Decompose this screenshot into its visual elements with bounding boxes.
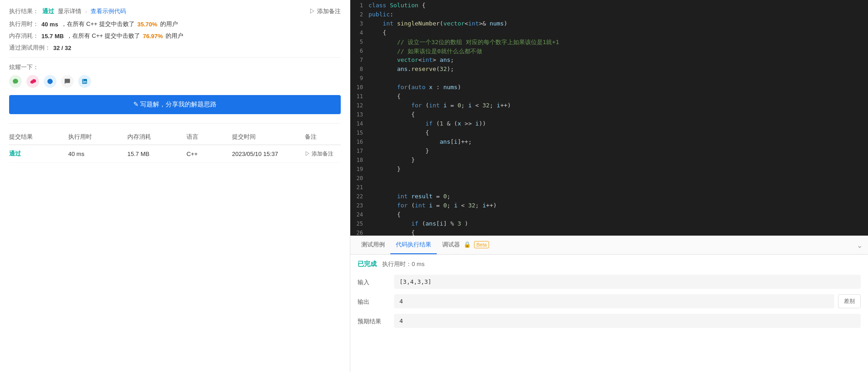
col-header-note: 备注 [305, 133, 350, 141]
exec-pct-suffix: 的用户 [160, 20, 178, 28]
code-line-7: 7 vector<int> ans; [350, 56, 868, 65]
memory-pct-suffix: 的用户 [166, 32, 183, 40]
code-line-16: 16 ans[i]++; [350, 138, 868, 147]
code-line-17: 17 } [350, 147, 868, 156]
table-header: 提交结果 执行用时 内存消耗 语言 提交时间 备注 [9, 129, 341, 145]
tab-expand-icon[interactable]: ⌄ [857, 241, 863, 250]
code-line-10: 10 for(auto x : nums) [350, 84, 868, 93]
memory-value: 15.7 MB [41, 33, 64, 40]
note-icon[interactable] [61, 75, 74, 88]
code-line-24: 24 { [350, 211, 868, 220]
left-panel: 执行结果： 通过 显示详情 › 查看示例代码 ▷ 添加备注 执行用时： 40 m… [0, 0, 350, 372]
pass-badge-header: 通过 [42, 7, 54, 15]
input-value: [3,4,3,3] [394, 275, 861, 289]
beta-badge: Beta [474, 241, 489, 248]
divider-2 [9, 123, 341, 124]
code-line-20: 20 [350, 175, 868, 184]
exec-time-desc: ，在所有 C++ 提交中击败了 [61, 20, 135, 28]
expected-row: 预期结果 4 [358, 314, 861, 328]
code-line-19: 19 } [350, 166, 868, 175]
lock-icon: 🔒 [464, 241, 471, 248]
code-line-9: 9 [350, 75, 868, 84]
wechat-icon[interactable] [9, 75, 22, 88]
code-line-26: 26 { [350, 229, 868, 236]
social-icons-row [9, 75, 341, 88]
code-line-25: 25 if (ans[i] % 3 ) [350, 220, 868, 229]
code-line-11: 11 { [350, 93, 868, 102]
code-line-18: 18 } [350, 156, 868, 166]
result-content: 已完成 执行用时：0 ms 输入 [3,4,3,3] 输出 4 差别 预期结果 … [350, 255, 868, 372]
view-example-link[interactable]: 查看示例代码 [91, 7, 126, 15]
col-header-result: 提交结果 [9, 133, 68, 141]
output-row: 输出 4 差别 [358, 294, 861, 308]
bottom-tabs: 测试用例 代码执行结果 调试器 🔒 Beta ⌄ [350, 236, 868, 255]
col-header-submit-time: 提交时间 [232, 133, 305, 141]
output-label: 输出 [358, 294, 394, 306]
row-lang: C++ [187, 151, 232, 157]
code-line-22: 22 int result = 0; [350, 193, 868, 202]
exec-time-row: 执行用时： 40 ms ，在所有 C++ 提交中击败了 35.70% 的用户 [9, 20, 341, 28]
memory-row: 内存消耗： 15.7 MB ，在所有 C++ 提交中击败了 76.97% 的用户 [9, 32, 341, 40]
tab-test-cases[interactable]: 测试用例 [356, 236, 390, 254]
code-line-5: 5 // 设立一个32位的数组 对应的每个数字上如果该位是1就+1 [350, 38, 868, 47]
test-cases-label: 通过测试用例： [9, 44, 50, 52]
test-cases-value: 32 / 32 [53, 45, 71, 51]
linkedin-icon[interactable] [78, 75, 91, 88]
code-line-4: 4 { [350, 29, 868, 38]
execution-result-label: 执行结果： [9, 7, 39, 15]
code-line-8: 8 ans.reserve(32); [350, 65, 868, 75]
completed-label: 已完成 [358, 260, 377, 268]
qq-icon[interactable] [44, 75, 56, 88]
svg-point-2 [47, 79, 53, 84]
add-note-button-header[interactable]: ▷ 添加备注 [309, 7, 341, 15]
share-label: 炫耀一下： [9, 63, 341, 71]
code-line-2: 2public: [350, 11, 868, 20]
code-line-21: 21 [350, 184, 868, 193]
memory-desc: ，在所有 C++ 提交中击败了 [66, 32, 140, 40]
expected-value: 4 [394, 314, 861, 328]
row-exec-time: 40 ms [68, 151, 127, 157]
tab-debugger[interactable]: 调试器 🔒 Beta [437, 236, 495, 254]
row-memory: 15.7 MB [127, 151, 187, 157]
bottom-panel: 测试用例 代码执行结果 调试器 🔒 Beta ⌄ 已完成 执行用时：0 ms 输… [350, 236, 868, 372]
exec-time-value: 40 ms [41, 21, 58, 28]
show-details-link[interactable]: 显示详情 [58, 7, 81, 15]
separator: › [85, 8, 87, 15]
col-header-memory: 内存消耗 [127, 133, 187, 141]
code-line-15: 15 { [350, 129, 868, 138]
code-line-23: 23 for (int i = 0; i < 32; i++) [350, 202, 868, 211]
col-header-lang: 语言 [187, 133, 232, 141]
table-row: 通过 40 ms 15.7 MB C++ 2023/05/10 15:37 ▷ … [9, 145, 341, 163]
exec-time-result-label: 执行用时：0 ms [382, 260, 424, 268]
diff-button[interactable]: 差别 [838, 294, 861, 308]
right-panel: 1class Solution { 2public: 3 int singleN… [350, 0, 868, 372]
row-submit-time: 2023/05/10 15:37 [232, 151, 305, 157]
memory-pct: 76.97% [143, 33, 163, 40]
submissions-table: 提交结果 执行用时 内存消耗 语言 提交时间 备注 通过 40 ms 15.7 … [9, 129, 341, 163]
memory-label: 内存消耗： [9, 32, 39, 40]
test-cases-row: 通过测试用例： 32 / 32 [9, 44, 341, 52]
weibo-icon[interactable] [26, 75, 39, 88]
write-solution-button[interactable]: ✎ 写题解，分享我的解题思路 [9, 95, 341, 114]
code-line-1: 1class Solution { [350, 2, 868, 11]
code-line-14: 14 if (1 & (x >> i)) [350, 120, 868, 129]
col-header-exec-time: 执行用时 [68, 133, 127, 141]
code-line-6: 6 // 如果该位是0就什么么都不做 [350, 47, 868, 56]
code-editor[interactable]: 1class Solution { 2public: 3 int singleN… [350, 0, 868, 236]
tab-code-execution[interactable]: 代码执行结果 [390, 236, 437, 254]
exec-time-pct: 35.70% [137, 21, 157, 28]
code-line-3: 3 int singleNumber(vector<int>& nums) [350, 20, 868, 29]
row-add-note[interactable]: ▷ 添加备注 [305, 150, 350, 158]
exec-time-label: 执行用时： [9, 20, 39, 28]
expected-label: 预期结果 [358, 314, 394, 326]
output-value: 4 [394, 294, 834, 308]
code-line-13: 13 { [350, 111, 868, 120]
input-label: 输入 [358, 275, 394, 287]
row-result[interactable]: 通过 [9, 150, 68, 158]
code-line-12: 12 for (int i = 0; i < 32; i++) [350, 102, 868, 111]
completed-row: 已完成 执行用时：0 ms [358, 260, 861, 268]
divider-1 [9, 57, 341, 58]
execution-result-row: 执行结果： 通过 显示详情 › 查看示例代码 ▷ 添加备注 [9, 7, 341, 15]
input-row: 输入 [3,4,3,3] [358, 275, 861, 289]
